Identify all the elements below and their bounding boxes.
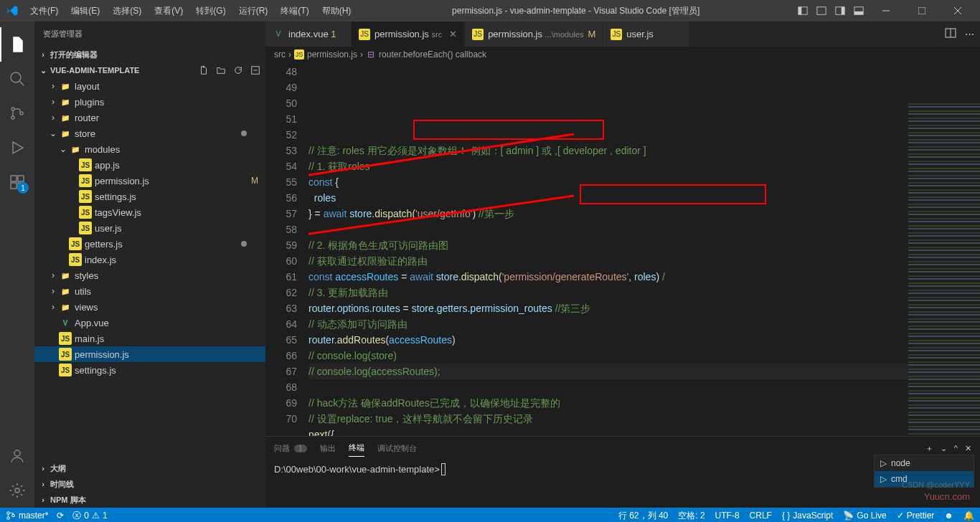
tree-item[interactable]: ›📁plugins bbox=[34, 94, 265, 110]
tree-item[interactable]: ›📁router bbox=[34, 110, 265, 125]
menu-item[interactable]: 编辑(E) bbox=[65, 2, 105, 20]
editor-tab[interactable]: JSuser.js bbox=[603, 22, 689, 47]
folder-icon: 📁 bbox=[59, 80, 72, 92]
tree-item[interactable]: ›📁utils bbox=[34, 283, 265, 299]
editor-tab[interactable]: JSpermission.js src✕ bbox=[352, 22, 465, 47]
account-icon[interactable] bbox=[0, 439, 34, 473]
tree-item[interactable]: JSsettings.js bbox=[34, 189, 265, 204]
section-open-editors[interactable]: ›打开的编辑器 bbox=[34, 47, 265, 62]
extensions-icon[interactable]: 1 bbox=[0, 165, 34, 199]
source-control-icon[interactable] bbox=[0, 96, 34, 130]
maximize-button[interactable] bbox=[905, 0, 938, 22]
menu-item[interactable]: 查看(V) bbox=[149, 2, 189, 20]
tree-item-label: settings.js bbox=[75, 365, 116, 376]
status-errors[interactable]: ⓧ 0 ⚠ 1 bbox=[72, 510, 107, 522]
tab-debug-console[interactable]: 调试控制台 bbox=[377, 440, 417, 457]
new-terminal-icon[interactable]: ＋ bbox=[925, 443, 933, 454]
tree-item[interactable]: JSmain.js bbox=[34, 331, 265, 346]
tree-item-label: main.js bbox=[75, 333, 104, 344]
section-outline[interactable]: ›大纲 bbox=[34, 460, 265, 476]
maximize-panel-icon[interactable]: ^ bbox=[954, 444, 958, 452]
editor-tab[interactable]: Vindex.vue 1 bbox=[265, 22, 352, 47]
tree-item[interactable]: JSindex.js bbox=[34, 252, 265, 267]
editor-group: Vindex.vue 1JSpermission.js src✕JSpermis… bbox=[265, 22, 980, 508]
tree-item[interactable]: JSuser.js bbox=[34, 220, 265, 236]
section-npm[interactable]: ›NPM 脚本 bbox=[34, 492, 265, 508]
tree-item[interactable]: JSapp.js bbox=[34, 157, 265, 173]
tab-terminal[interactable]: 终端 bbox=[349, 440, 364, 457]
settings-gear-icon[interactable] bbox=[0, 473, 34, 508]
layout-bottom-icon[interactable] bbox=[814, 3, 829, 19]
tree-item-label: permission.js bbox=[75, 349, 129, 360]
tree-item[interactable]: JSpermission.js bbox=[34, 346, 265, 362]
status-cursor[interactable]: 行 62，列 40 bbox=[618, 510, 668, 522]
tree-item[interactable]: JStagsView.js bbox=[34, 204, 265, 220]
close-panel-icon[interactable]: ✕ bbox=[965, 444, 971, 453]
editor-tab[interactable]: JSpermission.js ...\modulesM bbox=[465, 22, 603, 47]
tree-item[interactable]: ›📁views bbox=[34, 299, 265, 315]
layout-left-icon[interactable] bbox=[795, 3, 811, 19]
menu-item[interactable]: 帮助(H) bbox=[316, 2, 357, 20]
layout-right-icon[interactable] bbox=[832, 3, 848, 19]
status-eol[interactable]: CRLF bbox=[750, 511, 772, 521]
tree-item[interactable]: ⌄📁modules bbox=[34, 141, 265, 157]
tree-item[interactable]: VApp.vue bbox=[34, 315, 265, 331]
explorer-icon[interactable] bbox=[0, 27, 34, 62]
menu-item[interactable]: 选择(S) bbox=[107, 2, 147, 20]
js-file-icon: JS bbox=[472, 29, 484, 40]
tree-item-label: router bbox=[75, 113, 99, 123]
terminal-item-node[interactable]: ▷node bbox=[875, 455, 974, 471]
status-feedback-icon[interactable]: ☻ bbox=[944, 511, 953, 521]
tree-item-label: views bbox=[75, 302, 98, 313]
svg-point-13 bbox=[11, 108, 14, 110]
split-editor-icon[interactable] bbox=[945, 27, 956, 41]
file-tree: ›📁layout›📁plugins›📁router⌄📁store⌄📁module… bbox=[34, 78, 265, 460]
tree-item[interactable]: JSsettings.js bbox=[34, 362, 265, 378]
status-sync[interactable]: ⟳ bbox=[57, 511, 64, 521]
tree-item[interactable]: ⌄📁store bbox=[34, 125, 265, 141]
terminal-list: ▷node ▷cmd bbox=[874, 455, 974, 488]
tree-item[interactable]: JSgetters.js bbox=[34, 236, 265, 252]
status-prettier[interactable]: ✓ Prettier bbox=[897, 511, 935, 521]
terminal-content[interactable]: D:\00web\00-work\vue-admin-template> bbox=[265, 460, 980, 479]
minimap[interactable] bbox=[908, 103, 980, 436]
minimize-button[interactable] bbox=[870, 0, 903, 22]
close-button[interactable] bbox=[941, 0, 974, 22]
terminal-item-cmd[interactable]: ▷cmd bbox=[875, 471, 974, 487]
close-tab-icon[interactable]: ✕ bbox=[449, 29, 457, 39]
collapse-icon[interactable] bbox=[248, 63, 263, 77]
menu-item[interactable]: 文件(F) bbox=[24, 2, 64, 20]
svg-point-30 bbox=[7, 512, 10, 515]
tree-item-label: utils bbox=[75, 286, 91, 297]
terminal-split-icon[interactable]: ⌄ bbox=[941, 444, 947, 453]
status-golive[interactable]: 📡 Go Live bbox=[843, 511, 886, 521]
section-project[interactable]: ⌄VUE-ADMIN-TEMPLATE bbox=[34, 62, 265, 78]
tree-item[interactable]: ›📁styles bbox=[34, 267, 265, 283]
svg-rect-19 bbox=[11, 183, 17, 189]
status-bell-icon[interactable]: 🔔 bbox=[963, 511, 974, 521]
menu-item[interactable]: 终端(T) bbox=[275, 2, 314, 20]
tab-output[interactable]: 输出 bbox=[320, 440, 336, 457]
code-editor[interactable]: 4849505152535455565758596061626364656667… bbox=[265, 62, 980, 436]
vue-file-icon: V bbox=[273, 29, 284, 40]
menu-item[interactable]: 转到(G) bbox=[190, 2, 231, 20]
search-icon[interactable] bbox=[0, 62, 34, 96]
status-lang[interactable]: { } JavaScript bbox=[782, 511, 833, 521]
refresh-icon[interactable] bbox=[231, 63, 245, 77]
tree-item[interactable]: ›📁layout bbox=[34, 78, 265, 94]
section-timeline[interactable]: ›时间线 bbox=[34, 476, 265, 492]
new-folder-icon[interactable] bbox=[214, 63, 228, 77]
more-icon[interactable]: ⋯ bbox=[965, 29, 974, 39]
tab-problems[interactable]: 问题1 bbox=[274, 440, 307, 457]
status-spaces[interactable]: 空格: 2 bbox=[678, 510, 705, 522]
status-encoding[interactable]: UTF-8 bbox=[715, 511, 740, 521]
tree-item[interactable]: JSpermission.jsM bbox=[34, 173, 265, 189]
menu-item[interactable]: 运行(R) bbox=[233, 2, 274, 20]
breadcrumb[interactable]: src › JS permission.js › ⊟ router.before… bbox=[265, 47, 980, 62]
layout-panel-icon[interactable] bbox=[851, 3, 867, 19]
new-file-icon[interactable] bbox=[197, 63, 211, 77]
status-branch[interactable]: master* bbox=[6, 511, 48, 521]
debug-icon[interactable] bbox=[0, 130, 34, 165]
js-file-icon: JS bbox=[79, 222, 92, 234]
window-title: permission.js - vue-admin-template - Vis… bbox=[357, 5, 795, 17]
